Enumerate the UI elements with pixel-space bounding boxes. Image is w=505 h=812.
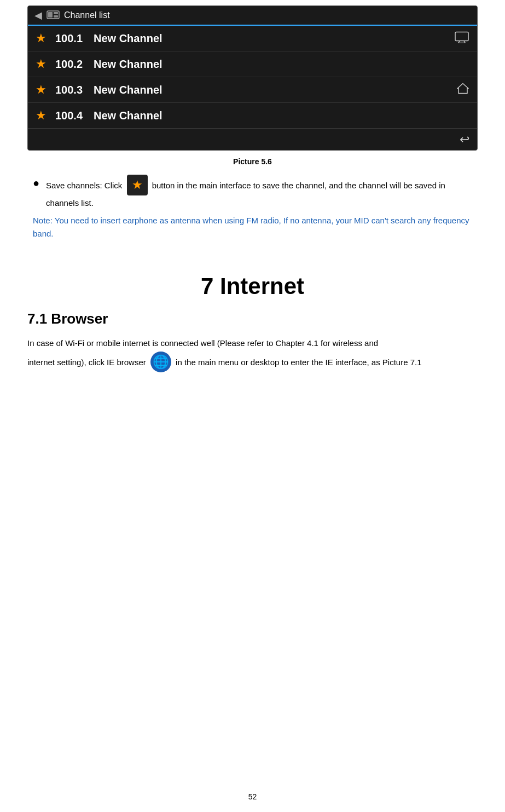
svg-marker-8: [457, 84, 468, 94]
svg-rect-4: [455, 32, 468, 41]
star-icon: ★: [36, 83, 47, 97]
note-text: Note: You need to insert earphone as ant…: [33, 214, 472, 240]
section-paragraph-1: In case of Wi-Fi or mobile internet is c…: [0, 336, 505, 350]
bullet-text: Save channels: Click button in the main …: [46, 176, 472, 210]
channel-name: New Channel: [94, 110, 469, 122]
channel-row[interactable]: ★ 100.2 New Channel: [28, 51, 477, 77]
browser-icon: [150, 352, 171, 372]
channel-number: 100.4: [55, 110, 94, 122]
channel-name: New Channel: [94, 58, 469, 71]
svg-rect-2: [54, 12, 58, 14]
picture-caption: Picture 5.6: [0, 157, 505, 166]
channel-number: 100.2: [55, 58, 94, 71]
star-icon: ★: [36, 57, 47, 71]
channel-panel: ◀ Channel list ★ 100.1 New Channel ★ 100…: [27, 5, 478, 151]
tv-icon: [454, 31, 469, 46]
channel-row[interactable]: ★ 100.3 New Channel: [28, 77, 477, 103]
panel-header: ◀ Channel list: [28, 6, 477, 26]
save-star-icon: [127, 175, 148, 195]
star-icon: ★: [36, 31, 47, 45]
channel-row[interactable]: ★ 100.4 New Channel: [28, 103, 477, 129]
section-title: 7.1 Browser: [27, 310, 478, 327]
section-para1-text: In case of Wi-Fi or mobile internet is c…: [27, 338, 378, 348]
back-arrow-icon[interactable]: ◀: [34, 9, 42, 21]
channel-list-icon: [47, 10, 60, 20]
page-number: 52: [0, 792, 505, 801]
home-icon: [456, 83, 469, 97]
section-para2-suffix: in the main menu or desktop to enter the…: [176, 357, 421, 366]
svg-rect-3: [54, 15, 58, 18]
channel-name: New Channel: [94, 84, 469, 96]
bullet-item: ● Save channels: Click button in the mai…: [27, 176, 478, 210]
channel-row[interactable]: ★ 100.1 New Channel: [28, 26, 477, 51]
bullet-dot: ●: [33, 177, 39, 189]
panel-title: Channel list: [64, 10, 110, 20]
section-paragraph-2: internet setting), click IE browser in t…: [0, 353, 505, 373]
chapter-title: 7 Internet: [0, 273, 505, 300]
bottom-bar: ↩: [28, 129, 477, 150]
svg-rect-1: [48, 12, 53, 18]
channel-number: 100.3: [55, 84, 94, 96]
back-icon[interactable]: ↩: [460, 133, 469, 147]
star-icon: ★: [36, 108, 47, 123]
channel-name: New Channel: [94, 32, 469, 45]
section-para2-text: internet setting), click IE browser: [27, 357, 146, 366]
content-area: ● Save channels: Click button in the mai…: [0, 176, 505, 240]
channel-number: 100.1: [55, 32, 94, 45]
